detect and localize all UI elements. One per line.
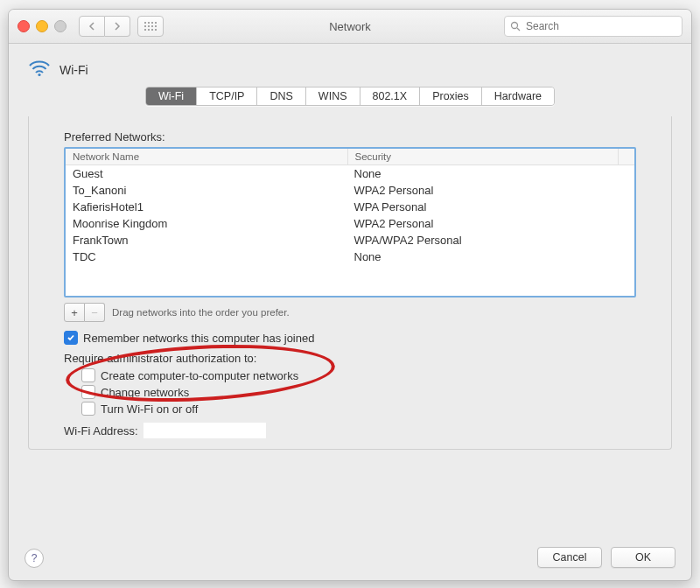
preferred-networks-label: Preferred Networks:	[64, 130, 636, 144]
tab-tcp-ip[interactable]: TCP/IP	[197, 88, 257, 105]
table-header: Network Name Security	[66, 149, 634, 165]
minimize-button[interactable]	[36, 20, 48, 32]
cancel-button[interactable]: Cancel	[537, 547, 602, 568]
tab-hardware[interactable]: Hardware	[482, 88, 554, 105]
remember-networks-label: Remember networks this computer has join…	[83, 332, 314, 345]
auth-option-row[interactable]: Turn Wi-Fi on or off	[81, 402, 636, 416]
auth-option-row[interactable]: Change networks	[81, 385, 636, 399]
forward-button[interactable]	[105, 16, 130, 37]
panel-title: Wi-Fi	[60, 63, 88, 77]
auth-option-label: Turn Wi-Fi on or off	[101, 402, 198, 416]
svg-line-1	[517, 28, 520, 31]
titlebar: Network	[9, 10, 691, 44]
wifi-address-label: Wi-Fi Address:	[64, 424, 138, 438]
dialog-buttons: Cancel OK	[537, 547, 676, 568]
search-input[interactable]	[524, 19, 676, 33]
drag-hint: Drag networks into the order you prefer.	[112, 307, 290, 318]
auth-checkbox[interactable]	[81, 402, 95, 416]
content: Wi-Fi Wi-FiTCP/IPDNSWINS802.1XProxiesHar…	[9, 44, 691, 466]
zoom-button[interactable]	[54, 20, 66, 32]
table-row[interactable]: TDCNone	[66, 248, 634, 265]
auth-label: Require administrator authorization to:	[64, 352, 636, 365]
nav-buttons	[79, 16, 130, 37]
close-button[interactable]	[18, 20, 30, 32]
ok-button[interactable]: OK	[611, 547, 676, 568]
tabs: Wi-FiTCP/IPDNSWINS802.1XProxiesHardware	[28, 87, 672, 106]
search-icon	[510, 21, 521, 32]
table-row[interactable]: GuestNone	[66, 165, 634, 182]
back-button[interactable]	[79, 16, 105, 37]
table-row[interactable]: To_KanoniWPA2 Personal	[66, 182, 634, 199]
add-network-button[interactable]: +	[64, 303, 85, 322]
tab-802-1x[interactable]: 802.1X	[360, 88, 421, 105]
tab-wi-fi[interactable]: Wi-Fi	[146, 88, 197, 105]
auth-checkbox[interactable]	[81, 368, 95, 382]
table-row[interactable]: FrankTownWPA/WPA2 Personal	[66, 232, 634, 248]
table-row[interactable]: KafierisHotel1WPA Personal	[66, 199, 634, 215]
preferred-networks-table[interactable]: Network Name Security GuestNoneTo_Kanoni…	[64, 147, 636, 298]
help-button[interactable]: ?	[24, 549, 44, 568]
wifi-address-value	[144, 423, 266, 438]
traffic-lights	[18, 20, 66, 32]
tab-proxies[interactable]: Proxies	[420, 88, 482, 105]
table-row[interactable]: Moonrise KingdomWPA2 Personal	[66, 215, 634, 232]
wifi-address-row: Wi-Fi Address:	[64, 423, 636, 438]
col-spacer	[619, 149, 634, 164]
add-remove-bar: + − Drag networks into the order you pre…	[64, 303, 636, 322]
remember-networks-row[interactable]: Remember networks this computer has join…	[64, 331, 636, 345]
col-security[interactable]: Security	[348, 149, 620, 164]
panel-header: Wi-Fi	[28, 60, 672, 80]
search-field[interactable]	[504, 16, 682, 37]
network-preferences-window: Network Wi-Fi Wi-FiTCP/IPDNSWINS802.1XPr…	[8, 9, 692, 581]
tab-dns[interactable]: DNS	[257, 88, 305, 105]
remove-network-button[interactable]: −	[85, 303, 105, 322]
svg-point-0	[512, 23, 518, 29]
tab-wins[interactable]: WINS	[306, 88, 360, 105]
show-all-button[interactable]	[137, 16, 164, 37]
auth-option-label: Create computer-to-computer networks	[101, 369, 298, 382]
auth-option-label: Change networks	[101, 386, 189, 399]
wifi-advanced-panel: Preferred Networks: Network Name Securit…	[28, 116, 672, 450]
remember-networks-checkbox[interactable]	[64, 331, 78, 345]
auth-option-row[interactable]: Create computer-to-computer networks	[81, 368, 636, 382]
svg-point-2	[38, 74, 40, 76]
auth-checkbox[interactable]	[81, 385, 95, 399]
wifi-icon	[28, 60, 51, 80]
col-network-name[interactable]: Network Name	[66, 149, 348, 164]
